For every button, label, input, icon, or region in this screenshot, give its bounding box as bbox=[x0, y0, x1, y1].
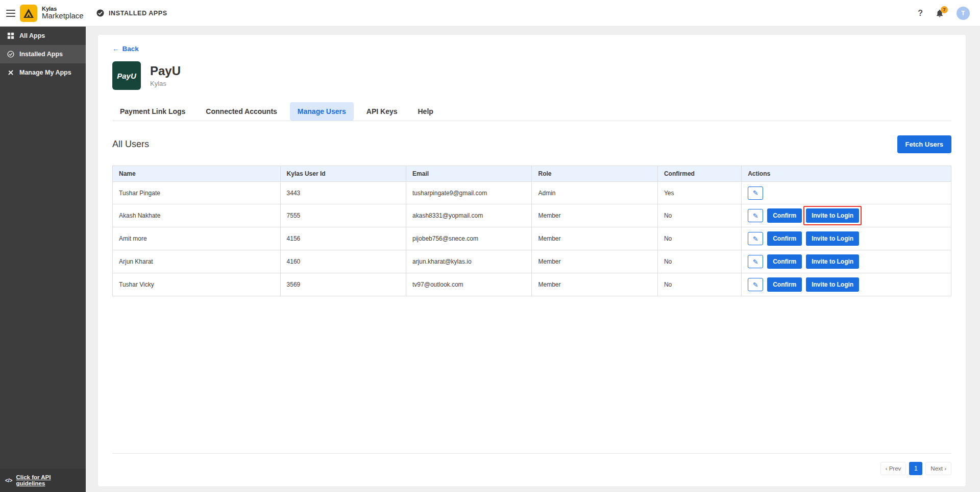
app-detail-card: ← Back PayU PayU Kylas Payment Link Logs… bbox=[98, 35, 966, 486]
tools-icon bbox=[7, 69, 14, 76]
tab-payment-link-logs[interactable]: Payment Link Logs bbox=[112, 102, 193, 121]
table-cell: No bbox=[657, 273, 741, 296]
table-cell: Tushar Vicky bbox=[113, 273, 281, 296]
invite-to-login-button[interactable]: Invite to Login bbox=[806, 208, 859, 223]
brand-subtitle: Marketplace bbox=[42, 12, 84, 20]
pencil-icon: ✎ bbox=[753, 189, 758, 197]
table-cell: No bbox=[657, 204, 741, 227]
page-label-text: INSTALLED APPS bbox=[109, 10, 167, 17]
check-circle-icon bbox=[96, 9, 105, 17]
sidebar: All Apps Installed Apps Manage My Apps <… bbox=[0, 27, 86, 492]
table-row: Tushar Pingate3443tusharpingate9@gmail.c… bbox=[113, 182, 951, 204]
confirm-button[interactable]: Confirm bbox=[767, 208, 802, 223]
actions-cell: ✎ConfirmInvite to Login bbox=[742, 204, 951, 227]
table-cell: tusharpingate9@gmail.com bbox=[406, 182, 532, 204]
tab-connected-accounts[interactable]: Connected Accounts bbox=[198, 102, 285, 121]
app-title-block: PayU Kylas bbox=[150, 64, 181, 87]
users-table: Name Kylas User Id Email Role Confirmed … bbox=[112, 166, 951, 296]
brand-text: Kylas Marketplace bbox=[42, 6, 84, 20]
table-cell: No bbox=[657, 227, 741, 250]
api-guidelines-link[interactable]: </> Click for API guidelines bbox=[0, 468, 86, 492]
invite-to-login-button[interactable]: Invite to Login bbox=[806, 231, 859, 246]
edit-user-button[interactable]: ✎ bbox=[748, 232, 763, 245]
grid-icon bbox=[7, 32, 14, 39]
section-row: All Users Fetch Users bbox=[112, 135, 951, 153]
tabs-divider bbox=[112, 121, 951, 121]
actions-cell: ✎ConfirmInvite to Login bbox=[742, 273, 951, 296]
table-cell: 3443 bbox=[280, 182, 406, 204]
back-link[interactable]: ← Back bbox=[112, 45, 139, 53]
table-cell: Admin bbox=[532, 182, 657, 204]
invite-to-login-button[interactable]: Invite to Login bbox=[806, 254, 859, 269]
table-row: Tushar Vicky3569tv97@outlook.comMemberNo… bbox=[113, 273, 951, 296]
app-title: PayU bbox=[150, 64, 181, 78]
hamburger-menu-icon[interactable] bbox=[6, 10, 15, 17]
table-cell: Akash Nakhate bbox=[113, 204, 281, 227]
edit-user-button[interactable]: ✎ bbox=[748, 186, 763, 200]
column-header-actions: Actions bbox=[742, 166, 951, 182]
fetch-users-button[interactable]: Fetch Users bbox=[897, 135, 951, 153]
tab-help[interactable]: Help bbox=[410, 102, 441, 121]
table-cell: akash8331@yopmail.com bbox=[406, 204, 532, 227]
table-row: Arjun Kharat4160arjun.kharat@kylas.ioMem… bbox=[113, 250, 951, 273]
table-cell: pijobeb756@snece.com bbox=[406, 227, 532, 250]
code-icon: </> bbox=[5, 478, 12, 483]
actions-cell: ✎ConfirmInvite to Login bbox=[742, 227, 951, 250]
edit-user-button[interactable]: ✎ bbox=[748, 278, 763, 291]
table-cell: 3569 bbox=[280, 273, 406, 296]
tabs-bar: Payment Link Logs Connected Accounts Man… bbox=[112, 102, 951, 121]
table-cell: Yes bbox=[657, 182, 741, 204]
section-title: All Users bbox=[112, 139, 149, 150]
sidebar-item-manage-my-apps[interactable]: Manage My Apps bbox=[0, 63, 86, 82]
pagination: ‹ Prev 1 Next › bbox=[112, 453, 951, 475]
api-guidelines-label: Click for API guidelines bbox=[16, 474, 81, 486]
pencil-icon: ✎ bbox=[753, 235, 758, 243]
app-vendor: Kylas bbox=[150, 80, 181, 87]
table-row: Amit more4156pijobeb756@snece.comMemberN… bbox=[113, 227, 951, 250]
notifications-button[interactable]: 7 bbox=[935, 9, 944, 18]
payu-logo: PayU bbox=[112, 61, 141, 90]
kylas-logo-icon[interactable] bbox=[20, 5, 37, 22]
tab-manage-users[interactable]: Manage Users bbox=[290, 102, 354, 121]
pencil-icon: ✎ bbox=[753, 212, 758, 220]
brand-area: Kylas Marketplace bbox=[0, 5, 86, 22]
main-content: ← Back PayU PayU Kylas Payment Link Logs… bbox=[86, 27, 980, 492]
edit-user-button[interactable]: ✎ bbox=[748, 209, 763, 222]
table-cell: No bbox=[657, 250, 741, 273]
installed-check-icon bbox=[7, 51, 14, 58]
confirm-button[interactable]: Confirm bbox=[767, 231, 802, 246]
column-header-role: Role bbox=[532, 166, 657, 182]
sidebar-item-label: Manage My Apps bbox=[19, 69, 71, 76]
users-table-body: Tushar Pingate3443tusharpingate9@gmail.c… bbox=[113, 182, 951, 296]
actions-cell: ✎ bbox=[742, 182, 951, 204]
sidebar-item-installed-apps[interactable]: Installed Apps bbox=[0, 45, 86, 63]
confirm-button[interactable]: Confirm bbox=[767, 254, 802, 269]
back-arrow-icon: ← bbox=[112, 45, 119, 53]
page-label: INSTALLED APPS bbox=[96, 9, 167, 17]
confirm-button[interactable]: Confirm bbox=[767, 277, 802, 292]
app-header: PayU PayU Kylas bbox=[112, 61, 951, 90]
table-cell: Member bbox=[532, 250, 657, 273]
sidebar-item-all-apps[interactable]: All Apps bbox=[0, 27, 86, 45]
table-cell: Amit more bbox=[113, 227, 281, 250]
table-cell: Member bbox=[532, 273, 657, 296]
column-header-user-id: Kylas User Id bbox=[280, 166, 406, 182]
current-page-button[interactable]: 1 bbox=[909, 462, 922, 475]
next-page-button[interactable]: Next › bbox=[925, 462, 951, 475]
table-cell: Arjun Kharat bbox=[113, 250, 281, 273]
edit-user-button[interactable]: ✎ bbox=[748, 255, 763, 268]
help-icon[interactable]: ? bbox=[918, 9, 923, 18]
table-cell: Member bbox=[532, 227, 657, 250]
table-cell: 4156 bbox=[280, 227, 406, 250]
top-header: Kylas Marketplace INSTALLED APPS ? 7 T bbox=[0, 0, 980, 27]
actions-cell: ✎ConfirmInvite to Login bbox=[742, 250, 951, 273]
pencil-icon: ✎ bbox=[753, 258, 758, 266]
user-avatar[interactable]: T bbox=[957, 7, 970, 20]
table-row: Akash Nakhate7555akash8331@yopmail.comMe… bbox=[113, 204, 951, 227]
table-cell: 4160 bbox=[280, 250, 406, 273]
invite-to-login-button[interactable]: Invite to Login bbox=[806, 277, 859, 292]
tab-api-keys[interactable]: API Keys bbox=[359, 102, 405, 121]
sidebar-item-label: All Apps bbox=[19, 32, 45, 39]
header-right: ? 7 T bbox=[918, 7, 980, 20]
prev-page-button[interactable]: ‹ Prev bbox=[880, 462, 906, 475]
